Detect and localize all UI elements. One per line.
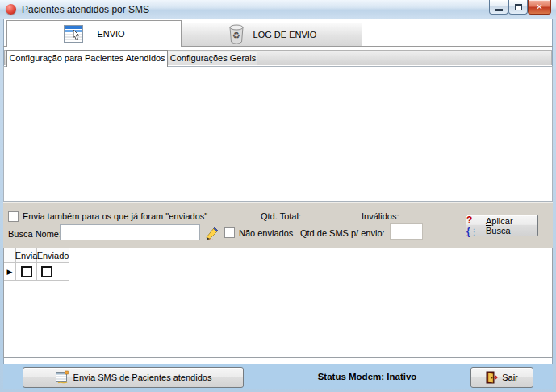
maximize-icon bbox=[515, 4, 522, 10]
results-grid: Envia Enviado ▶ bbox=[3, 248, 553, 358]
row-selector-cell[interactable]: ▶ bbox=[4, 263, 16, 281]
send-sms-button[interactable]: Envia SMS de Pacientes atendidos bbox=[23, 367, 244, 388]
maximize-button[interactable] bbox=[508, 0, 528, 15]
grid-header-enviado[interactable]: Enviado bbox=[37, 248, 69, 263]
exit-door-icon bbox=[486, 371, 498, 384]
qtd-sms-input[interactable] bbox=[390, 223, 423, 240]
tab-log-label: LOG DE ENVIO bbox=[253, 30, 317, 40]
qtd-total-label: Qtd. Total: bbox=[261, 211, 301, 221]
grid-cell-enviado[interactable] bbox=[37, 263, 69, 281]
busca-nome-input[interactable] bbox=[60, 224, 200, 240]
sair-button[interactable]: Sair bbox=[470, 367, 533, 388]
tab-configuracao-pacientes[interactable]: Configuração para Pacientes Atendidos bbox=[6, 50, 168, 67]
resend-checkbox[interactable] bbox=[8, 211, 19, 222]
table-cursor-icon bbox=[63, 23, 84, 44]
resend-label: Envia também para os que já foram "envia… bbox=[23, 211, 207, 221]
status-modem: Status Modem: Inativo bbox=[295, 372, 440, 382]
aplicar-busca-button[interactable]: ?{⋮ Aplicar Busca bbox=[466, 215, 538, 236]
sair-label: Sair bbox=[502, 373, 518, 382]
recycle-bin-icon: ♻ bbox=[228, 24, 245, 45]
aplicar-busca-label: Aplicar Busca bbox=[486, 216, 537, 236]
grid-header-envia[interactable]: Envia bbox=[16, 248, 37, 263]
invalidos-label: Inválidos: bbox=[362, 211, 399, 221]
tab-configuracoes-gerais[interactable]: Configurações Gerais bbox=[169, 52, 257, 65]
enviado-checkbox[interactable] bbox=[41, 266, 52, 277]
qtd-sms-label: Qtd de SMS p/ envio: bbox=[300, 228, 385, 238]
envia-checkbox[interactable] bbox=[21, 266, 32, 277]
nao-enviados-label: Não enviados bbox=[239, 228, 293, 238]
svg-text:♻: ♻ bbox=[232, 31, 240, 40]
app-window: Pacientes atendidos por SMS ✕ ENVIO ♻ LO… bbox=[0, 0, 556, 392]
send-sms-label: Envia SMS de Pacientes atendidos bbox=[73, 373, 212, 382]
tab-page bbox=[3, 66, 553, 202]
minimize-icon bbox=[495, 9, 503, 11]
busca-nome-label: Busca Nome: bbox=[8, 229, 61, 239]
app-icon bbox=[6, 4, 16, 15]
nao-enviados-checkbox[interactable] bbox=[224, 227, 235, 238]
tab-envio-label: ENVIO bbox=[97, 29, 124, 39]
title-bar[interactable]: Pacientes atendidos por SMS bbox=[0, 0, 556, 19]
close-button[interactable]: ✕ bbox=[528, 0, 551, 15]
filter-icon: ?{⋮ bbox=[466, 215, 483, 237]
pen-icon[interactable] bbox=[205, 226, 219, 240]
tab-log-de-envio[interactable]: ♻ LOG DE ENVIO bbox=[182, 23, 362, 46]
grid-cell-envia[interactable] bbox=[16, 263, 37, 281]
row-pointer-icon: ▶ bbox=[7, 268, 13, 276]
window-title: Pacientes atendidos por SMS bbox=[22, 4, 149, 15]
send-sms-icon bbox=[55, 370, 69, 385]
minimize-button[interactable] bbox=[489, 0, 508, 15]
tab-envio[interactable]: ENVIO bbox=[6, 20, 182, 47]
